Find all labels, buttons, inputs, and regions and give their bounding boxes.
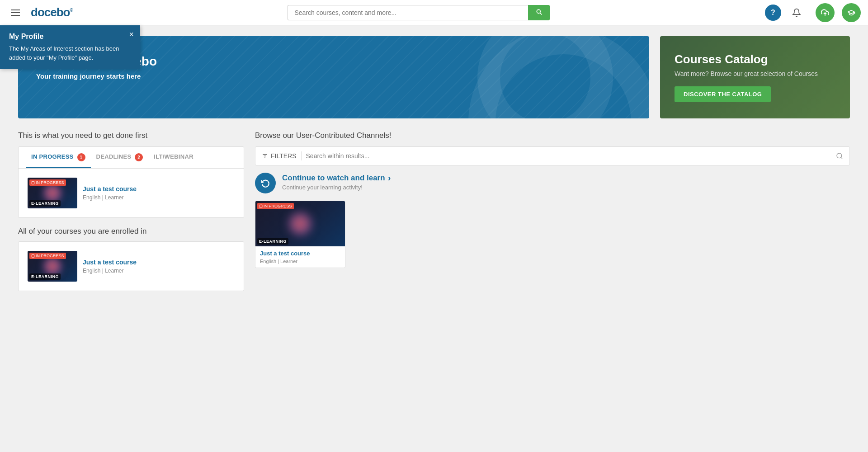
course-card-info: Just a test course English | Learner bbox=[255, 246, 345, 268]
content-section: This is what you need to get done first … bbox=[18, 131, 850, 291]
watch-info: Continue to watch and learn › Continue y… bbox=[282, 173, 850, 191]
filter-button[interactable]: FILTERS bbox=[262, 152, 297, 160]
filter-label: FILTERS bbox=[271, 152, 297, 160]
header-right: ? bbox=[765, 3, 861, 22]
enrolled-container: IN PROGRESS E-LEARNING Just a test cours… bbox=[18, 241, 244, 291]
enrolled-section-title: All of your courses you are enrolled in bbox=[18, 227, 244, 236]
continue-watch-section: Continue to watch and learn › Continue y… bbox=[255, 173, 850, 193]
calendar-icon-3 bbox=[259, 204, 263, 208]
left-panel: This is what you need to get done first … bbox=[18, 131, 244, 291]
watch-subtitle: Continue your learning activity! bbox=[282, 184, 850, 191]
enrolled-course-meta: English | Learner bbox=[83, 268, 235, 274]
list-item: IN PROGRESS E-LEARNING Just a test cours… bbox=[24, 174, 238, 212]
filter-bar: FILTERS bbox=[255, 146, 850, 165]
enrolled-course-name[interactable]: Just a test course bbox=[83, 259, 235, 266]
tabs-container: IN PROGRESS 1 DEADLINES 2 ILT/WEBINAR bbox=[18, 146, 244, 218]
discover-catalog-button[interactable]: DISCOVER THE CATALOG bbox=[675, 86, 771, 102]
calendar-icon-2 bbox=[31, 254, 35, 258]
logo-text: docebo bbox=[31, 5, 70, 19]
graduation-icon bbox=[847, 9, 855, 17]
search-input[interactable] bbox=[288, 5, 528, 20]
list-item: IN PROGRESS E-LEARNING Just a test cours… bbox=[24, 247, 238, 285]
enrolled-body: IN PROGRESS E-LEARNING Just a test cours… bbox=[19, 242, 244, 291]
upload-icon bbox=[821, 9, 829, 17]
replay-icon bbox=[261, 179, 270, 188]
enrolled-status: IN PROGRESS bbox=[36, 254, 64, 258]
svg-rect-4 bbox=[32, 254, 34, 257]
course-card-name[interactable]: Just a test course bbox=[260, 250, 340, 257]
catalog-content: Courses Catalog Want more? Browse our gr… bbox=[675, 52, 835, 102]
header-search bbox=[73, 5, 765, 20]
course-info: Just a test course English | Learner bbox=[83, 185, 235, 201]
popup-close-button[interactable]: × bbox=[129, 30, 134, 39]
tab-in-progress[interactable]: IN PROGRESS 1 bbox=[26, 147, 91, 168]
search-bar bbox=[288, 5, 550, 20]
logo: docebo® bbox=[31, 5, 73, 19]
enrolled-in-progress-badge: IN PROGRESS bbox=[29, 253, 66, 259]
notification-popup: My Profile The My Areas of Interest sect… bbox=[0, 25, 140, 69]
filter-divider bbox=[301, 151, 302, 160]
enrolled-course-thumbnail: IN PROGRESS E-LEARNING bbox=[28, 251, 77, 282]
learn-button[interactable] bbox=[842, 3, 861, 22]
catalog-banner: Courses Catalog Want more? Browse our gr… bbox=[660, 36, 850, 118]
course-card: IN PROGRESS E-LEARNING Just a test cours… bbox=[255, 201, 345, 268]
card-status-text: IN PROGRESS bbox=[264, 204, 292, 208]
course-status: IN PROGRESS bbox=[36, 180, 64, 185]
tab-deadlines[interactable]: DEADLINES 2 bbox=[91, 147, 149, 168]
search-icon bbox=[535, 8, 542, 15]
tab-ilt-webinar[interactable]: ILT/WEBINAR bbox=[148, 147, 199, 168]
course-name[interactable]: Just a test course bbox=[83, 185, 235, 193]
tab-deadlines-badge: 2 bbox=[135, 153, 143, 161]
popup-body: The My Areas of Interest section has bee… bbox=[9, 44, 131, 62]
card-status-badge: IN PROGRESS bbox=[257, 203, 294, 209]
filter-icon bbox=[262, 153, 268, 159]
menu-button[interactable] bbox=[7, 5, 24, 21]
course-type: E-LEARNING bbox=[29, 200, 61, 207]
catalog-subtitle: Want more? Browse our great selection of… bbox=[675, 70, 835, 77]
course-card-thumbnail: IN PROGRESS E-LEARNING bbox=[255, 201, 345, 246]
svg-rect-12 bbox=[259, 205, 262, 207]
bell-icon bbox=[792, 8, 801, 17]
course-thumbnail: IN PROGRESS E-LEARNING bbox=[28, 178, 77, 208]
header-left: docebo® bbox=[7, 5, 73, 21]
tabs-body: IN PROGRESS E-LEARNING Just a test cours… bbox=[19, 169, 244, 217]
card-type: E-LEARNING bbox=[257, 238, 288, 245]
help-button[interactable]: ? bbox=[765, 5, 781, 21]
welcome-subtitle: Your training journey starts here bbox=[36, 72, 631, 80]
tabs-header: IN PROGRESS 1 DEADLINES 2 ILT/WEBINAR bbox=[19, 147, 244, 169]
upload-button[interactable] bbox=[816, 3, 835, 22]
chevron-icon: › bbox=[388, 173, 391, 183]
enrolled-course-info: Just a test course English | Learner bbox=[83, 259, 235, 274]
right-panel: Browse our User-Contributed Channels! FI… bbox=[255, 131, 850, 291]
watch-title-text: Continue to watch and learn bbox=[282, 174, 385, 183]
watch-title[interactable]: Continue to watch and learn › bbox=[282, 173, 850, 183]
banner-section: Welcome to Docebo Your training journey … bbox=[18, 36, 850, 118]
svg-point-10 bbox=[837, 153, 842, 158]
channel-search-input[interactable] bbox=[306, 152, 831, 160]
tab-ilt-label: ILT/WEBINAR bbox=[154, 153, 193, 160]
channels-title: Browse our User-Contributed Channels! bbox=[255, 131, 850, 140]
channel-search-icon bbox=[836, 152, 843, 160]
search-button[interactable] bbox=[528, 5, 550, 20]
catalog-title: Courses Catalog bbox=[675, 52, 835, 66]
tab-in-progress-badge: 1 bbox=[77, 153, 85, 161]
svg-rect-1 bbox=[32, 181, 34, 184]
svg-line-11 bbox=[841, 157, 842, 159]
enrolled-type: E-LEARNING bbox=[29, 273, 61, 280]
calendar-icon bbox=[31, 181, 35, 184]
watch-icon bbox=[255, 173, 276, 193]
in-progress-badge: IN PROGRESS bbox=[29, 179, 66, 186]
section-title-left: This is what you need to get done first bbox=[18, 131, 244, 140]
tab-in-progress-label: IN PROGRESS bbox=[31, 153, 74, 160]
tab-deadlines-label: DEADLINES bbox=[96, 153, 132, 160]
course-card-meta: English | Learner bbox=[260, 259, 340, 264]
header: docebo® ? bbox=[0, 0, 868, 25]
notification-button[interactable] bbox=[788, 5, 805, 21]
popup-title: My Profile bbox=[9, 33, 131, 41]
course-meta: English | Learner bbox=[83, 194, 235, 201]
